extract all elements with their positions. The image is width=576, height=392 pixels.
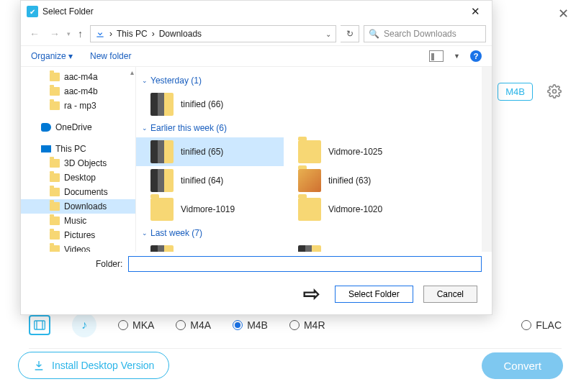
folder-item[interactable]: Vidmore-1025: [284, 137, 431, 166]
install-label: Install Desktop Version: [52, 360, 154, 371]
annotation-arrow-icon: ⇨: [303, 282, 318, 306]
scrollbar[interactable]: [482, 67, 492, 252]
tree-node[interactable]: Desktop: [21, 170, 135, 185]
dialog-nav: ← → ▾ ↑ › This PC › Downloads ⌄ ↻ 🔍 Sear…: [21, 22, 492, 46]
chevron-down-icon[interactable]: ▼: [454, 53, 460, 60]
select-folder-dialog: ✔ Select Folder ✕ ← → ▾ ↑ › This PC › Do…: [20, 0, 492, 315]
close-icon[interactable]: ✕: [465, 4, 486, 19]
svg-rect-1: [35, 321, 45, 329]
folder-item-label: tinified (65): [181, 147, 223, 157]
nav-recent-icon[interactable]: ▾: [67, 30, 71, 37]
folder-item[interactable]: tinified (65): [136, 137, 284, 166]
cancel-button[interactable]: Cancel: [423, 286, 477, 303]
view-options-icon[interactable]: [429, 50, 444, 62]
folder-icon: [50, 159, 60, 168]
tree-node[interactable]: Downloads: [21, 199, 135, 214]
tree-node-label: Music: [64, 216, 86, 226]
tree-node-label: ra - mp3: [64, 101, 96, 111]
scroll-up-icon[interactable]: ▴: [130, 68, 134, 76]
format-radio-m4a[interactable]: M4A: [176, 319, 211, 331]
folder-icon: [50, 216, 60, 225]
tree-node[interactable]: Music: [21, 214, 135, 228]
breadcrumb-root[interactable]: This PC: [117, 29, 148, 39]
tree-node-label: 3D Objects: [64, 158, 107, 168]
folder-icon: [50, 101, 60, 110]
svg-rect-4: [96, 37, 103, 37]
bg-format-selector: ♪ MKA M4A M4B M4R FLAC: [29, 313, 562, 349]
folder-icon: [298, 169, 321, 192]
tree-node-label: Downloads: [64, 201, 107, 211]
tree-node[interactable]: aac-m4a: [21, 70, 135, 84]
tree-node[interactable]: 3D Objects: [21, 156, 135, 170]
folder-item-label: tinified (63): [328, 176, 371, 186]
folder-icon: [150, 169, 174, 192]
tree-node-label: Desktop: [64, 173, 96, 183]
tree-node-label: OneDrive: [55, 122, 92, 132]
folder-item[interactable]: tinified (66): [136, 90, 284, 119]
video-icon[interactable]: [29, 315, 50, 335]
nav-up-icon[interactable]: ↑: [75, 27, 86, 41]
folder-name-input[interactable]: [128, 256, 482, 272]
section-header[interactable]: ⌄Earlier this week (6): [136, 119, 489, 137]
folder-content[interactable]: ⌄Yesterday (1)tinified (66)⌄Earlier this…: [136, 67, 492, 252]
folder-icon: [50, 188, 60, 196]
format-radio-flac[interactable]: FLAC: [521, 319, 562, 331]
bg-close-icon[interactable]: ✕: [558, 6, 569, 22]
search-input[interactable]: 🔍 Search Downloads: [364, 25, 486, 42]
select-folder-button[interactable]: Select Folder: [335, 286, 413, 303]
organize-menu[interactable]: Organize ▾: [31, 51, 73, 61]
install-desktop-button[interactable]: Install Desktop Version: [18, 352, 169, 379]
new-folder-button[interactable]: New folder: [90, 51, 131, 61]
format-radio-m4b[interactable]: M4B: [233, 319, 268, 331]
tree-node[interactable]: OneDrive: [21, 120, 135, 135]
tree-node[interactable]: Videos: [21, 242, 135, 252]
folder-item-label: Vidmore-1019: [181, 204, 235, 214]
folder-tree[interactable]: ▴ aac-m4aaac-m4bra - mp3OneDriveThis PC3…: [21, 67, 136, 252]
bg-output-format-chip[interactable]: M4B: [498, 83, 533, 101]
help-icon[interactable]: ?: [470, 50, 482, 62]
folder-icon: [298, 140, 321, 163]
folder-item[interactable]: Vidmore-1020: [284, 195, 431, 224]
folder-item[interactable]: tinified (64): [136, 166, 284, 195]
folder-icon: [150, 93, 174, 116]
refresh-icon[interactable]: ↻: [341, 25, 359, 42]
format-radio-m4r[interactable]: M4R: [289, 319, 325, 331]
tree-node[interactable]: This PC: [21, 142, 135, 156]
section-title: Earlier this week (6): [150, 123, 227, 133]
download-icon: [95, 29, 105, 39]
folder-icon: [50, 202, 60, 211]
tree-node[interactable]: ra - mp3: [21, 99, 135, 113]
nav-forward-icon[interactable]: →: [47, 27, 63, 41]
convert-button[interactable]: Convert: [482, 352, 563, 379]
download-icon: [33, 360, 45, 371]
nav-back-icon[interactable]: ←: [27, 27, 42, 41]
folder-icon: [298, 198, 321, 221]
addr-sep: ›: [152, 29, 155, 39]
folder-icon: [50, 87, 60, 96]
folder-item[interactable]: Vidmore-1019: [136, 195, 284, 224]
section-title: Yesterday (1): [150, 76, 202, 86]
tree-node[interactable]: aac-m4b: [21, 84, 135, 99]
tree-node-label: aac-m4b: [64, 86, 98, 96]
chevron-down-icon[interactable]: ⌄: [325, 30, 331, 38]
audio-icon[interactable]: ♪: [72, 313, 96, 337]
tree-node[interactable]: Documents: [21, 185, 135, 199]
folder-item[interactable]: tinified (60): [284, 242, 431, 252]
folder-icon: [50, 173, 60, 182]
tree-node-label: Videos: [64, 245, 90, 252]
folder-icon: [50, 245, 60, 252]
address-bar[interactable]: › This PC › Downloads ⌄: [90, 25, 336, 42]
folder-item[interactable]: tinified (62): [136, 242, 284, 252]
section-header[interactable]: ⌄Yesterday (1): [136, 71, 489, 90]
folder-item[interactable]: tinified (63): [284, 166, 431, 195]
tree-node[interactable]: Pictures: [21, 228, 135, 242]
folder-icon: [150, 198, 174, 221]
search-placeholder: Search Downloads: [384, 29, 456, 39]
gear-icon[interactable]: [547, 84, 562, 99]
folder-icon: [50, 73, 60, 81]
section-header[interactable]: ⌄Last week (7): [136, 224, 489, 242]
format-radio-mka[interactable]: MKA: [118, 319, 154, 331]
addr-sep: ›: [109, 29, 112, 39]
tree-node-label: This PC: [55, 144, 86, 154]
breadcrumb-leaf[interactable]: Downloads: [159, 29, 202, 39]
